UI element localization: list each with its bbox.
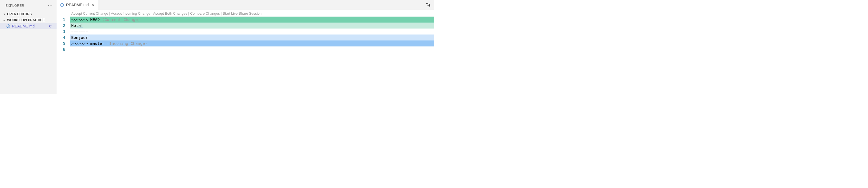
file-status-badge: C	[49, 24, 53, 28]
editor-area: README.md Accept Current Change | Accept	[57, 0, 434, 94]
explorer-sidebar: EXPLORER ··· OPEN EDITORS WORKFLOW-PRACT…	[0, 0, 57, 94]
merge-hint: (Current Change)	[102, 18, 140, 22]
svg-point-7	[429, 5, 430, 6]
line-number: 2	[57, 23, 65, 29]
line-number: 1	[57, 17, 65, 23]
svg-point-5	[62, 4, 62, 4]
svg-point-6	[426, 3, 428, 4]
chevron-down-icon	[2, 18, 6, 22]
line-number: 6	[57, 46, 65, 53]
more-actions-icon[interactable]: ···	[48, 3, 53, 8]
close-icon[interactable]	[91, 3, 95, 7]
codelens-accept-current[interactable]: Accept Current Change	[71, 11, 108, 15]
tab-label: README.md	[66, 3, 89, 7]
line-number: 4	[57, 34, 65, 40]
code-line[interactable]: <<<<<<< HEAD (Current Change)	[70, 17, 434, 23]
info-icon	[60, 3, 64, 7]
code-lines[interactable]: <<<<<<< HEAD (Current Change)Hola!======…	[70, 17, 434, 53]
code-line[interactable]: Hola!	[70, 23, 434, 29]
file-item-readme[interactable]: README.md C	[0, 23, 57, 29]
svg-point-2	[8, 25, 8, 25]
compare-changes-icon[interactable]	[426, 2, 431, 7]
tab-readme[interactable]: README.md	[57, 0, 98, 10]
sidebar-title: EXPLORER	[5, 4, 24, 8]
file-item-left: README.md	[6, 24, 34, 28]
section-label: WORKFLOW-PRACTICE	[7, 18, 44, 22]
code-line[interactable]: =======	[70, 29, 434, 34]
merge-hint: (Incoming Change)	[107, 41, 147, 45]
line-number: 3	[57, 29, 65, 34]
codelens-accept-both[interactable]: Accept Both Changes	[153, 11, 187, 15]
tab-bar-right	[426, 0, 434, 10]
code-editor[interactable]: 123456 <<<<<<< HEAD (Current Change)Hola…	[57, 17, 434, 53]
codelens-accept-incoming[interactable]: Accept Incoming Change	[111, 11, 150, 15]
tab-bar-left: README.md	[57, 0, 98, 10]
line-number: 5	[57, 40, 65, 46]
line-number-gutter: 123456	[57, 17, 70, 53]
code-line[interactable]: Bonjour!	[70, 34, 434, 40]
info-icon	[6, 24, 10, 28]
file-name: README.md	[12, 24, 34, 28]
codelens-live-share[interactable]: Start Live Share Session	[223, 11, 261, 15]
merge-codelens: Accept Current Change | Accept Incoming …	[57, 10, 434, 17]
code-line[interactable]	[70, 46, 434, 53]
chevron-right-icon	[2, 12, 6, 16]
tab-bar: README.md	[57, 0, 434, 10]
section-label: OPEN EDITORS	[7, 12, 32, 16]
section-workflow-practice[interactable]: WORKFLOW-PRACTICE	[0, 17, 57, 23]
section-open-editors[interactable]: OPEN EDITORS	[0, 11, 57, 17]
code-line[interactable]: >>>>>>> master (Incoming Change)	[70, 40, 434, 46]
codelens-compare[interactable]: Compare Changes	[190, 11, 220, 15]
sidebar-header: EXPLORER ···	[0, 0, 57, 11]
